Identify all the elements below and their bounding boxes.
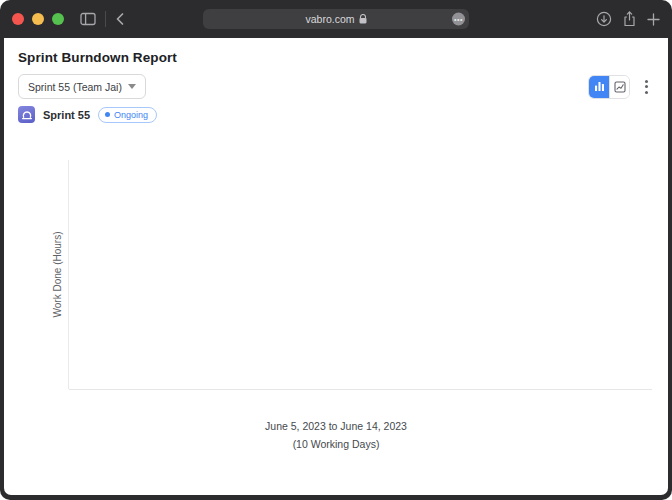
address-bar[interactable]: vabro.com ••• [203,9,469,29]
x-axis-labels [68,395,652,409]
new-tab-icon[interactable] [647,13,660,26]
browser-window: vabro.com ••• [0,0,672,500]
controls-row: Sprint 55 (Team Jai) [18,74,654,99]
line-chart-icon [614,81,626,93]
sprint-selector-value: Sprint 55 (Team Jai) [28,81,122,93]
plot-area [68,160,652,389]
traffic-lights [12,13,64,25]
chart-type-toggle [588,75,630,99]
sprint-selector-dropdown[interactable]: Sprint 55 (Team Jai) [18,74,146,99]
browser-titlebar: vabro.com ••• [0,0,672,38]
bar-chart-view-button[interactable] [589,76,609,98]
x-axis-caption: June 5, 2023 to June 14, 2023 (10 Workin… [18,418,654,454]
sprint-name: Sprint 55 [43,109,90,121]
status-dot-icon [105,112,110,117]
bar-chart-icon [594,81,605,92]
burndown-chart: Work Done (Hours) June 5, 2023 to June 1… [18,148,654,453]
x-axis-caption-line1: June 5, 2023 to June 14, 2023 [18,418,654,436]
downloads-icon[interactable] [596,11,612,27]
y-axis-ticks [26,160,60,389]
page-title: Sprint Burndown Report [18,50,654,65]
back-icon[interactable] [115,12,125,26]
url-text: vabro.com [305,13,354,25]
close-window-button[interactable] [12,13,24,25]
sprint-icon [18,106,35,123]
line-chart-view-button[interactable] [609,76,629,98]
page-content: Sprint Burndown Report Sprint 55 (Team J… [4,38,668,495]
status-badge: Ongoing [98,107,157,123]
more-options-icon[interactable] [639,76,654,98]
titlebar-divider [105,11,106,27]
gridline [69,389,652,390]
sidebar-toggle-icon[interactable] [80,12,96,26]
lock-icon [359,14,367,24]
x-axis-caption-line2: (10 Working Days) [18,436,654,454]
zoom-window-button[interactable] [52,13,64,25]
minimize-window-button[interactable] [32,13,44,25]
status-text: Ongoing [114,110,148,120]
share-icon[interactable] [623,11,636,27]
titlebar-actions [596,11,660,27]
sprint-info-row: Sprint 55 Ongoing [18,106,654,123]
chevron-down-icon [128,84,136,89]
page-options-icon[interactable]: ••• [452,13,465,26]
